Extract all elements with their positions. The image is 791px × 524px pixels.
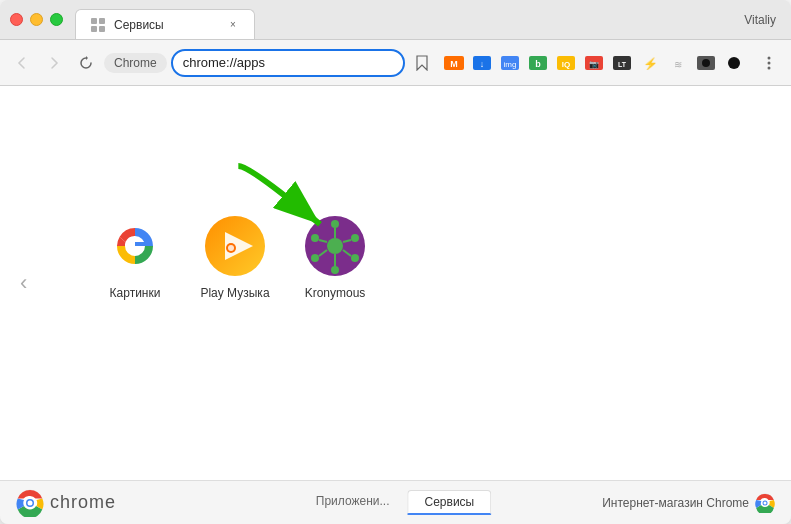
svg-point-38 xyxy=(351,254,359,262)
svg-rect-0 xyxy=(91,18,97,24)
ext-record-icon[interactable] xyxy=(693,50,719,76)
svg-point-34 xyxy=(228,245,234,251)
more-menu-button[interactable] xyxy=(755,49,783,77)
chrome-text: chrome xyxy=(50,492,116,513)
app-item-kronymous[interactable]: Kronymous xyxy=(290,206,380,308)
address-input[interactable] xyxy=(171,49,405,77)
tab-services[interactable]: Сервисы xyxy=(408,490,492,515)
bottom-tabs: Приложени... Сервисы xyxy=(300,490,491,515)
chrome-chip[interactable]: Chrome xyxy=(104,53,167,73)
chrome-logo-icon xyxy=(16,489,44,517)
svg-point-52 xyxy=(28,500,33,505)
ext-image-icon[interactable]: img xyxy=(497,50,523,76)
tab-title: Сервисы xyxy=(114,18,218,32)
svg-point-24 xyxy=(768,56,771,59)
svg-point-23 xyxy=(728,57,740,69)
tab-favicon-icon xyxy=(90,17,106,33)
svg-point-37 xyxy=(351,234,359,242)
tab-applications[interactable]: Приложени... xyxy=(300,490,406,515)
svg-text:M: M xyxy=(450,59,458,69)
forward-button[interactable] xyxy=(40,49,68,77)
ext-wave-icon[interactable]: ≋ xyxy=(665,50,691,76)
svg-text:⚡: ⚡ xyxy=(643,56,657,70)
svg-point-39 xyxy=(331,266,339,274)
ext-bolt-icon[interactable]: ⚡ xyxy=(637,50,663,76)
app-label-play-music: Play Музыка xyxy=(200,286,269,300)
svg-rect-3 xyxy=(99,26,105,32)
svg-text:img: img xyxy=(504,60,517,69)
minimize-button[interactable] xyxy=(30,13,43,26)
svg-rect-30 xyxy=(135,242,146,246)
prev-arrow-button[interactable]: ‹ xyxy=(20,270,27,296)
ext-iq-icon[interactable]: IQ xyxy=(553,50,579,76)
svg-point-42 xyxy=(327,238,343,254)
chrome-logo: chrome xyxy=(16,489,116,517)
refresh-button[interactable] xyxy=(72,49,100,77)
maximize-button[interactable] xyxy=(50,13,63,26)
ext-lt-icon[interactable]: LT xyxy=(609,50,635,76)
browser-window: Сервисы × Vitaliy Chrome xyxy=(0,0,791,524)
tab-close-button[interactable]: × xyxy=(226,18,240,32)
ext-blue-icon[interactable]: ↓ xyxy=(469,50,495,76)
ext-b-icon[interactable]: b xyxy=(525,50,551,76)
window-controls xyxy=(10,13,63,26)
ext-camera-icon[interactable]: 📷 xyxy=(581,50,607,76)
svg-text:IQ: IQ xyxy=(562,60,570,69)
main-content: ‹ xyxy=(0,86,791,480)
active-tab[interactable]: Сервисы × xyxy=(75,9,255,39)
title-bar: Сервисы × Vitaliy xyxy=(0,0,791,40)
svg-point-41 xyxy=(311,234,319,242)
play-music-icon xyxy=(203,214,267,278)
bookmark-icon[interactable] xyxy=(409,50,435,76)
svg-point-56 xyxy=(764,501,767,504)
store-link[interactable]: Интернет-магазин Chrome xyxy=(602,496,749,510)
bottom-bar: chrome Приложени... Сервисы Интернет-маг… xyxy=(0,480,791,524)
nav-bar: Chrome M ↓ xyxy=(0,40,791,86)
app-item-google-images[interactable]: Картинки xyxy=(90,206,180,308)
app-label-kronymous: Kronymous xyxy=(305,286,366,300)
bottom-right: Интернет-магазин Chrome xyxy=(602,493,775,513)
svg-text:↓: ↓ xyxy=(480,59,485,69)
ext-orange-icon[interactable]: M xyxy=(441,50,467,76)
svg-text:📷: 📷 xyxy=(589,59,599,69)
svg-point-36 xyxy=(331,220,339,228)
svg-text:b: b xyxy=(535,59,541,69)
kronymous-icon xyxy=(303,214,367,278)
svg-rect-1 xyxy=(99,18,105,24)
address-bar-container: Chrome xyxy=(104,49,405,77)
svg-marker-4 xyxy=(417,56,427,70)
ext-circle-icon[interactable] xyxy=(721,50,747,76)
tab-bar: Сервисы × xyxy=(75,0,255,39)
svg-point-22 xyxy=(702,59,710,67)
back-button[interactable] xyxy=(8,49,36,77)
user-name: Vitaliy xyxy=(744,13,776,27)
svg-text:LT: LT xyxy=(618,61,627,68)
svg-text:≋: ≋ xyxy=(674,59,682,70)
svg-rect-2 xyxy=(91,26,97,32)
svg-point-26 xyxy=(768,66,771,69)
close-button[interactable] xyxy=(10,13,23,26)
svg-point-25 xyxy=(768,61,771,64)
store-chrome-icon xyxy=(755,493,775,513)
apps-grid: Картинки xyxy=(0,86,791,308)
google-images-icon xyxy=(103,214,167,278)
app-item-play-music[interactable]: Play Музыка xyxy=(190,206,280,308)
app-label-google-images: Картинки xyxy=(110,286,161,300)
svg-point-40 xyxy=(311,254,319,262)
